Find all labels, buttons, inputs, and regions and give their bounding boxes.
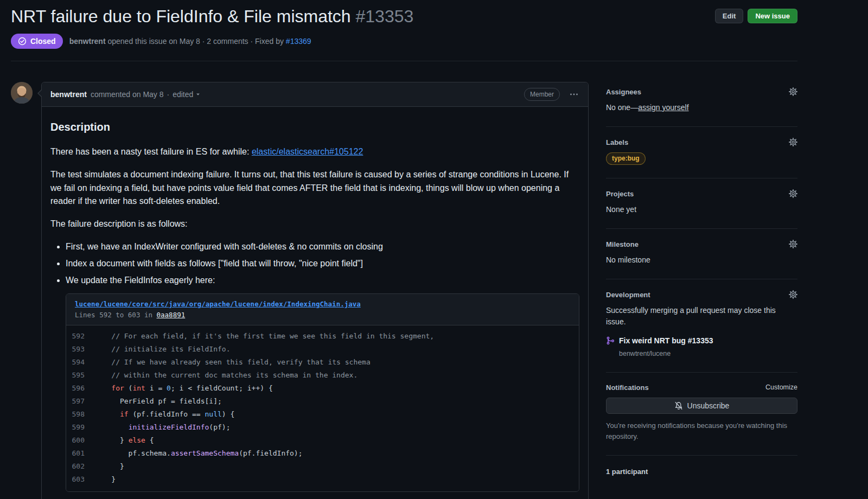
snippet-header: lucene/lucene/core/src/java/org/apache/l… (66, 294, 579, 325)
check-circle-icon (18, 37, 27, 46)
sidebar-milestone: Milestone No milestone (606, 229, 797, 279)
code-line: 598 if (pf.fieldInfo == null) { (66, 408, 579, 421)
sidebar-projects: Projects None yet (606, 178, 797, 229)
snippet-lines-label: Lines 592 to 603 in (75, 311, 152, 319)
notifications-description: You're receiving notifications because y… (606, 420, 797, 442)
code-line: 603 } (66, 473, 579, 486)
participants-count: 1 participant (606, 456, 797, 476)
issue-title: NRT failure due to FieldInfo & File mism… (11, 5, 413, 27)
list-item: We update the FieldInfos eagerly here: l… (66, 274, 579, 492)
caret-down-icon (195, 91, 201, 98)
list-item: Index a document with fields as follows … (66, 257, 579, 271)
comment-thread: benwtrent commented on May 8 · edited Me… (11, 82, 589, 499)
pr-title-link[interactable]: Fix weird NRT bug #13353 (619, 335, 713, 347)
snippet-file-link[interactable]: lucene/lucene/core/src/java/org/apache/l… (75, 300, 361, 308)
comment-card: benwtrent commented on May 8 · edited Me… (41, 82, 589, 499)
gear-icon[interactable] (789, 240, 797, 248)
issue-title-text: NRT failure due to FieldInfo & File mism… (11, 7, 351, 26)
issue-author-link[interactable]: benwtrent (69, 37, 106, 46)
comment-meta: commented on May 8 (91, 90, 164, 99)
linked-pull-request[interactable]: Fix weird NRT bug #13353 benwtrent/lucen… (606, 335, 797, 359)
fixed-by-link[interactable]: #13369 (286, 37, 311, 46)
customize-link[interactable]: Customize (765, 383, 797, 391)
commit-link[interactable]: 0aa8891 (157, 311, 186, 319)
development-description: Successfully merging a pull request may … (606, 305, 797, 328)
list-item-text: We update the FieldInfos eagerly here: (66, 276, 215, 285)
paragraph: There has been a nasty test failure in E… (50, 145, 579, 159)
member-badge: Member (524, 88, 560, 101)
labels-content: type:bug (606, 152, 797, 165)
unsubscribe-label: Unsubscribe (687, 401, 730, 410)
projects-title: Projects (606, 190, 634, 198)
gear-icon[interactable] (789, 138, 797, 146)
github-issue-page: NRT failure due to FieldInfo & File mism… (0, 0, 868, 499)
sidebar-labels: Labels type:bug (606, 127, 797, 178)
code-line: 602 } (66, 460, 579, 473)
list-item: First, we have an IndexWriter configured… (66, 240, 579, 254)
bullet-list: First, we have an IndexWriter configured… (50, 240, 579, 492)
code-line: 592 // For each field, if it's the first… (66, 330, 579, 343)
elasticsearch-issue-link[interactable]: elastic/elasticsearch#105122 (252, 147, 363, 156)
issue-meta-detail: opened this issue on May 8 · 2 comments … (107, 37, 283, 46)
header-actions: Edit New issue (715, 5, 797, 23)
comment-body: Description There has been a nasty test … (42, 107, 588, 499)
code-line: 601 pf.schema.assertSameSchema(pf.fieldI… (66, 447, 579, 460)
assignees-title: Assignees (606, 88, 641, 96)
comment-header: benwtrent commented on May 8 · edited Me… (42, 82, 588, 107)
comment-options-button[interactable] (569, 89, 579, 100)
paragraph: The test simulates a document indexing f… (50, 168, 579, 208)
comment-author-link[interactable]: benwtrent (50, 90, 87, 99)
assign-yourself-link[interactable]: assign yourself (638, 103, 688, 112)
bell-slash-icon (674, 401, 683, 410)
code-snippet: lucene/lucene/core/src/java/org/apache/l… (66, 293, 579, 492)
meta-separator: · (167, 90, 170, 99)
sidebar-notifications: Notifications Customize Unsubscribe You'… (606, 373, 797, 456)
assignees-content: No one—assign yourself (606, 102, 797, 113)
sidebar: Assignees No one—assign yourself Labels … (606, 82, 797, 499)
git-merge-icon (606, 336, 615, 345)
issue-number: #13353 (356, 7, 414, 26)
gear-icon[interactable] (789, 189, 797, 198)
development-title: Development (606, 291, 650, 299)
milestone-content: No milestone (606, 254, 797, 266)
development-content: Successfully merging a pull request may … (606, 305, 797, 359)
milestone-title: Milestone (606, 240, 639, 248)
gear-icon[interactable] (789, 290, 797, 299)
avatar-image (11, 82, 33, 104)
notifications-title: Notifications (606, 383, 649, 392)
edited-label: edited (173, 90, 193, 99)
status-badge: Closed (11, 34, 63, 49)
pr-repo: benwtrent/lucene (619, 349, 713, 359)
sidebar-development: Development Successfully merging a pull … (606, 279, 797, 373)
kebab-icon (570, 90, 578, 99)
assignees-empty-text: No one— (606, 103, 638, 112)
issue-meta-text: benwtrent opened this issue on May 8 · 2… (69, 37, 311, 46)
code-line: 594 // If we have already seen this fiel… (66, 356, 579, 369)
avatar[interactable] (11, 82, 33, 104)
code-line: 595 // within the current doc matches it… (66, 369, 579, 382)
unsubscribe-button[interactable]: Unsubscribe (606, 398, 797, 414)
projects-content: None yet (606, 204, 797, 215)
code-lines: 592 // For each field, if it's the first… (66, 325, 579, 491)
issue-meta-row: Closed benwtrent opened this issue on Ma… (11, 34, 797, 61)
paragraph-text: There has been a nasty test failure in E… (50, 147, 252, 156)
labels-title: Labels (606, 138, 628, 146)
paragraph: The failure description is as follows: (50, 217, 579, 231)
sidebar-assignees: Assignees No one—assign yourself (606, 85, 797, 127)
code-line: 596 for (int i = 0; i < fieldCount; i++)… (66, 382, 579, 395)
edited-dropdown[interactable]: edited (173, 90, 201, 99)
label-type-bug[interactable]: type:bug (606, 152, 646, 165)
edit-button[interactable]: Edit (715, 9, 744, 23)
snippet-lines: Lines 592 to 603 in 0aa8891 (75, 310, 570, 321)
code-line: 599 initializeFieldInfo(pf); (66, 421, 579, 434)
gear-icon[interactable] (789, 87, 797, 96)
status-label: Closed (30, 37, 56, 46)
code-line: 593 // initialize its FieldInfo. (66, 343, 579, 356)
description-heading: Description (50, 119, 579, 136)
issue-header: NRT failure due to FieldInfo & File mism… (11, 5, 797, 61)
new-issue-button[interactable]: New issue (748, 9, 797, 23)
code-line: 597 PerField pf = fields[i]; (66, 395, 579, 408)
code-line: 600 } else { (66, 434, 579, 447)
